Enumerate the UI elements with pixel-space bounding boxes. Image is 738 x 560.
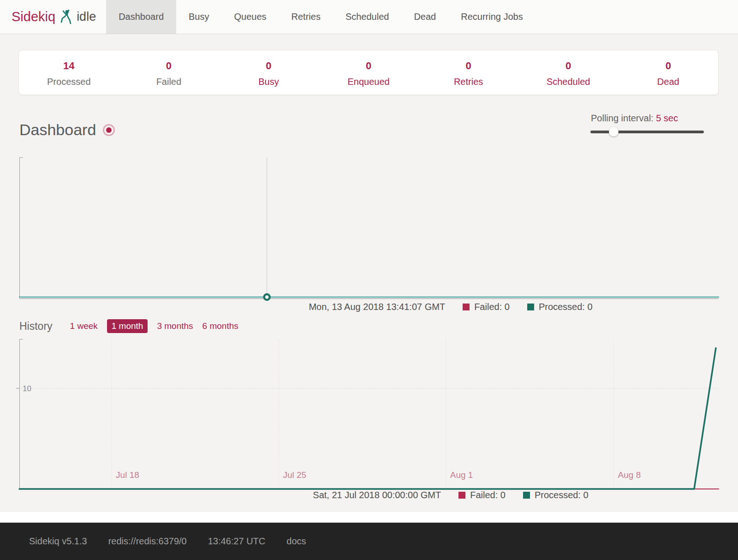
history-title: History — [19, 320, 53, 333]
svg-text:Aug 8: Aug 8 — [618, 470, 641, 480]
page-head: Dashboard — [19, 121, 115, 139]
failed-swatch-icon — [458, 492, 465, 499]
stat-busy[interactable]: 0 Busy — [219, 50, 319, 95]
history-legend: Sat, 21 Jul 2018 00:00:00 GMT Failed: 0 … — [101, 490, 738, 500]
history-legend-processed: Processed: 0 — [523, 490, 589, 500]
range-3-months[interactable]: 3 months — [157, 321, 193, 331]
svg-text:Jul 18: Jul 18 — [116, 470, 139, 480]
tab-busy[interactable]: Busy — [176, 0, 221, 34]
history-chart: Jul 18Jul 25Aug 1Aug 810 — [16, 338, 722, 494]
stat-scheduled[interactable]: 0 Scheduled — [518, 50, 619, 95]
history-legend-failed: Failed: 0 — [458, 490, 506, 500]
failed-swatch-icon — [463, 304, 470, 310]
stat-dead[interactable]: 0 Dead — [618, 50, 718, 95]
realtime-timestamp: Mon, 13 Aug 2018 13:41:07 GMT — [309, 302, 445, 312]
realtime-failed-value: Failed: 0 — [474, 302, 510, 312]
history-failed-value: Failed: 0 — [470, 490, 506, 500]
processed-swatch-icon — [523, 492, 530, 499]
realtime-legend-processed: Processed: 0 — [527, 302, 593, 312]
sidekiq-logo-icon — [60, 10, 72, 24]
slider-thumb[interactable] — [609, 127, 619, 137]
history-timestamp: Sat, 21 Jul 2018 00:00:00 GMT — [313, 490, 441, 500]
stat-failed: 0 Failed — [119, 50, 219, 95]
stat-enqueued-count: 0 — [319, 60, 419, 72]
realtime-legend-failed: Failed: 0 — [463, 302, 510, 312]
tab-dead[interactable]: Dead — [401, 0, 448, 34]
stat-enqueued[interactable]: 0 Enqueued — [319, 50, 419, 95]
realtime-legend: Mon, 13 Aug 2018 13:41:07 GMT Failed: 0 … — [101, 302, 738, 312]
stat-enqueued-label[interactable]: Enqueued — [319, 77, 419, 87]
stat-processed: 14 Processed — [19, 50, 119, 95]
realtime-processed-value: Processed: 0 — [539, 302, 593, 312]
realtime-chart — [16, 155, 722, 302]
stat-retries-label[interactable]: Retries — [418, 77, 518, 87]
pre-footer-strip — [0, 512, 738, 523]
stat-retries[interactable]: 0 Retries — [418, 50, 518, 95]
stat-failed-label: Failed — [119, 77, 219, 87]
stat-retries-count: 0 — [418, 60, 518, 72]
nav-tabs: Dashboard Busy Queues Retries Scheduled … — [106, 0, 536, 34]
stat-failed-count: 0 — [119, 60, 219, 72]
footer-version: Sidekiq v5.1.3 — [29, 536, 87, 547]
summary-bar: 14 Processed 0 Failed 0 Busy 0 Enqueued … — [18, 50, 719, 95]
stat-processed-count: 14 — [19, 60, 119, 72]
tab-retries[interactable]: Retries — [279, 0, 333, 34]
history-processed-value: Processed: 0 — [535, 490, 589, 500]
range-6-months[interactable]: 6 months — [202, 321, 238, 331]
polling-interval-value: 5 sec — [656, 113, 678, 123]
tab-recurring-jobs[interactable]: Recurring Jobs — [448, 0, 536, 34]
tab-scheduled[interactable]: Scheduled — [333, 0, 402, 34]
svg-text:10: 10 — [23, 384, 31, 393]
stat-scheduled-label[interactable]: Scheduled — [518, 77, 619, 87]
polling-interval: Polling interval: 5 sec — [591, 113, 678, 124]
history-header: History 1 week 1 month 3 months 6 months — [19, 319, 238, 333]
svg-text:Jul 25: Jul 25 — [283, 470, 306, 480]
navbar: Sidekiq idle Dashboard Busy Queues Retri… — [0, 0, 738, 34]
polling-interval-slider[interactable] — [590, 131, 704, 133]
sidekiq-brand-link[interactable]: Sidekiq — [12, 9, 55, 24]
range-1-week[interactable]: 1 week — [70, 321, 98, 331]
footer-docs-link[interactable]: docs — [286, 536, 306, 547]
polling-interval-label: Polling interval: — [591, 113, 654, 123]
tab-queues[interactable]: Queues — [221, 0, 279, 34]
stat-busy-label[interactable]: Busy — [219, 77, 319, 87]
processed-swatch-icon — [527, 304, 534, 310]
stat-dead-count: 0 — [618, 60, 718, 72]
stat-processed-label: Processed — [19, 77, 119, 87]
footer: Sidekiq v5.1.3 redis://redis:6379/0 13:4… — [0, 523, 738, 560]
footer-server-time: 13:46:27 UTC — [208, 536, 266, 547]
stat-dead-label[interactable]: Dead — [618, 77, 718, 87]
stat-scheduled-count: 0 — [518, 60, 619, 72]
brand-wrap: Sidekiq idle — [0, 0, 96, 34]
range-1-month[interactable]: 1 month — [107, 319, 148, 333]
stat-busy-count: 0 — [219, 60, 319, 72]
tab-dashboard[interactable]: Dashboard — [106, 0, 176, 34]
svg-text:Aug 1: Aug 1 — [450, 470, 473, 480]
page-title: Dashboard — [19, 121, 96, 139]
live-beacon-icon — [103, 124, 115, 136]
footer-redis-url: redis://redis:6379/0 — [108, 536, 187, 547]
status-label: idle — [77, 10, 96, 24]
